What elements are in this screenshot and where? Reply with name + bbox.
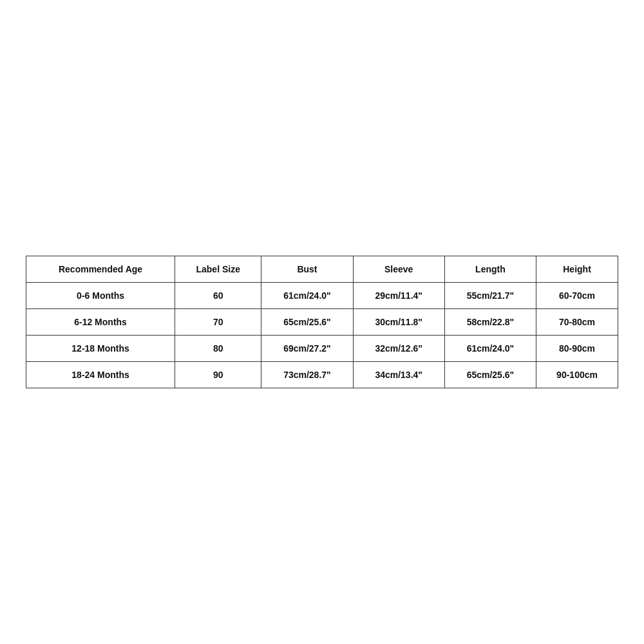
cell-sleeve: 32cm/12.6" <box>353 336 444 362</box>
cell-height: 90-100cm <box>536 362 618 388</box>
cell-age: 18-24 Months <box>26 362 175 388</box>
col-header-height: Height <box>536 256 618 283</box>
cell-label_size: 90 <box>175 362 261 388</box>
cell-height: 60-70cm <box>536 283 618 309</box>
col-header-label-size: Label Size <box>175 256 261 283</box>
cell-bust: 61cm/24.0" <box>261 283 353 309</box>
cell-label_size: 60 <box>175 283 261 309</box>
cell-bust: 73cm/28.7" <box>261 362 353 388</box>
cell-age: 12-18 Months <box>26 336 175 362</box>
cell-bust: 65cm/25.6" <box>261 309 353 336</box>
cell-sleeve: 34cm/13.4" <box>353 362 444 388</box>
cell-height: 80-90cm <box>536 336 618 362</box>
table-row: 18-24 Months9073cm/28.7"34cm/13.4"65cm/2… <box>26 362 618 388</box>
size-chart-table: Recommended Age Label Size Bust Sleeve L… <box>26 256 618 388</box>
cell-bust: 69cm/27.2" <box>261 336 353 362</box>
col-header-age: Recommended Age <box>26 256 175 283</box>
table-header-row: Recommended Age Label Size Bust Sleeve L… <box>26 256 618 283</box>
cell-length: 65cm/25.6" <box>444 362 536 388</box>
cell-age: 6-12 Months <box>26 309 175 336</box>
table-row: 12-18 Months8069cm/27.2"32cm/12.6"61cm/2… <box>26 336 618 362</box>
cell-length: 58cm/22.8" <box>444 309 536 336</box>
cell-length: 61cm/24.0" <box>444 336 536 362</box>
size-chart-container: Recommended Age Label Size Bust Sleeve L… <box>26 256 618 388</box>
table-row: 0-6 Months6061cm/24.0"29cm/11.4"55cm/21.… <box>26 283 618 309</box>
table-row: 6-12 Months7065cm/25.6"30cm/11.8"58cm/22… <box>26 309 618 336</box>
col-header-sleeve: Sleeve <box>353 256 444 283</box>
col-header-bust: Bust <box>261 256 353 283</box>
cell-length: 55cm/21.7" <box>444 283 536 309</box>
cell-label_size: 80 <box>175 336 261 362</box>
cell-label_size: 70 <box>175 309 261 336</box>
cell-sleeve: 30cm/11.8" <box>353 309 444 336</box>
cell-sleeve: 29cm/11.4" <box>353 283 444 309</box>
cell-height: 70-80cm <box>536 309 618 336</box>
cell-age: 0-6 Months <box>26 283 175 309</box>
col-header-length: Length <box>444 256 536 283</box>
